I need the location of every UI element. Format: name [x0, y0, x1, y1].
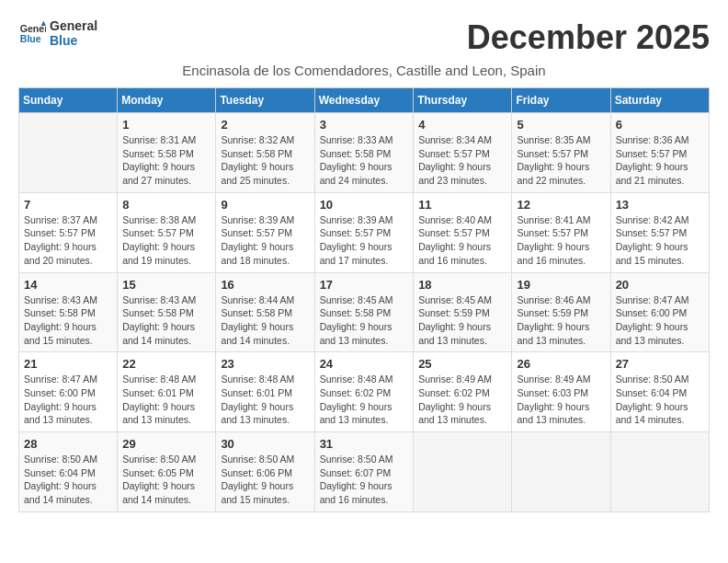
day-info: Sunrise: 8:39 AMSunset: 5:57 PMDaylight:… — [320, 213, 409, 268]
calendar-cell: 13Sunrise: 8:42 AMSunset: 5:57 PMDayligh… — [610, 192, 709, 272]
day-number: 24 — [320, 357, 409, 371]
day-number: 13 — [616, 198, 704, 212]
day-number: 17 — [320, 278, 409, 292]
day-info: Sunrise: 8:50 AMSunset: 6:07 PMDaylight:… — [320, 453, 409, 507]
svg-text:Blue: Blue — [20, 33, 41, 44]
day-info: Sunrise: 8:45 AMSunset: 5:58 PMDaylight:… — [320, 293, 409, 348]
day-info: Sunrise: 8:35 AMSunset: 5:57 PMDaylight:… — [517, 133, 605, 188]
calendar-cell: 18Sunrise: 8:45 AMSunset: 5:59 PMDayligh… — [414, 272, 512, 352]
day-number: 7 — [24, 198, 112, 212]
day-number: 15 — [122, 278, 210, 292]
day-info: Sunrise: 8:47 AMSunset: 6:00 PMDaylight:… — [616, 293, 704, 348]
calendar-cell: 14Sunrise: 8:43 AMSunset: 5:58 PMDayligh… — [19, 272, 118, 352]
day-info: Sunrise: 8:49 AMSunset: 6:02 PMDaylight:… — [418, 373, 506, 427]
calendar-cell: 26Sunrise: 8:49 AMSunset: 6:03 PMDayligh… — [512, 352, 610, 432]
day-number: 10 — [320, 198, 409, 212]
day-number: 20 — [616, 278, 704, 292]
calendar-cell: 11Sunrise: 8:40 AMSunset: 5:57 PMDayligh… — [414, 192, 512, 272]
calendar-cell: 19Sunrise: 8:46 AMSunset: 5:59 PMDayligh… — [512, 272, 610, 352]
calendar-cell: 27Sunrise: 8:50 AMSunset: 6:04 PMDayligh… — [610, 352, 709, 432]
weekday-header: Tuesday — [216, 88, 314, 113]
calendar-cell: 6Sunrise: 8:36 AMSunset: 5:57 PMDaylight… — [610, 113, 709, 193]
day-number: 22 — [122, 357, 210, 371]
weekday-header: Friday — [512, 88, 610, 113]
day-number: 5 — [517, 118, 605, 132]
day-info: Sunrise: 8:43 AMSunset: 5:58 PMDaylight:… — [24, 293, 112, 348]
day-info: Sunrise: 8:46 AMSunset: 5:59 PMDaylight:… — [517, 293, 605, 348]
day-info: Sunrise: 8:50 AMSunset: 6:06 PMDaylight:… — [221, 453, 309, 507]
calendar-cell: 15Sunrise: 8:43 AMSunset: 5:58 PMDayligh… — [118, 272, 216, 352]
calendar-cell: 10Sunrise: 8:39 AMSunset: 5:57 PMDayligh… — [314, 192, 414, 272]
day-info: Sunrise: 8:39 AMSunset: 5:57 PMDaylight:… — [221, 213, 309, 268]
day-number: 4 — [418, 118, 506, 132]
day-info: Sunrise: 8:50 AMSunset: 6:05 PMDaylight:… — [122, 453, 210, 507]
day-info: Sunrise: 8:48 AMSunset: 6:01 PMDaylight:… — [221, 373, 309, 427]
day-info: Sunrise: 8:45 AMSunset: 5:59 PMDaylight:… — [418, 293, 506, 348]
calendar-cell: 2Sunrise: 8:32 AMSunset: 5:58 PMDaylight… — [216, 113, 314, 193]
day-info: Sunrise: 8:40 AMSunset: 5:57 PMDaylight:… — [418, 213, 506, 268]
day-number: 11 — [418, 198, 506, 212]
day-number: 25 — [418, 357, 506, 371]
weekday-header: Wednesday — [314, 88, 414, 113]
day-number: 3 — [320, 118, 409, 132]
day-number: 6 — [616, 118, 704, 132]
calendar-cell — [414, 432, 512, 512]
day-info: Sunrise: 8:36 AMSunset: 5:57 PMDaylight:… — [616, 133, 704, 188]
day-number: 12 — [517, 198, 605, 212]
day-info: Sunrise: 8:50 AMSunset: 6:04 PMDaylight:… — [24, 453, 112, 507]
calendar-cell: 30Sunrise: 8:50 AMSunset: 6:06 PMDayligh… — [216, 432, 314, 512]
day-info: Sunrise: 8:50 AMSunset: 6:04 PMDaylight:… — [616, 373, 704, 427]
day-number: 19 — [517, 278, 605, 292]
day-info: Sunrise: 8:44 AMSunset: 5:58 PMDaylight:… — [221, 293, 309, 348]
day-number: 8 — [122, 198, 210, 212]
calendar-cell — [19, 113, 118, 193]
day-info: Sunrise: 8:42 AMSunset: 5:57 PMDaylight:… — [616, 213, 704, 268]
calendar-cell: 3Sunrise: 8:33 AMSunset: 5:58 PMDaylight… — [314, 113, 414, 193]
weekday-header: Thursday — [414, 88, 512, 113]
weekday-header: Sunday — [19, 88, 118, 113]
calendar-cell: 16Sunrise: 8:44 AMSunset: 5:58 PMDayligh… — [216, 272, 314, 352]
calendar-cell: 23Sunrise: 8:48 AMSunset: 6:01 PMDayligh… — [216, 352, 314, 432]
day-number: 2 — [221, 118, 309, 132]
calendar-cell: 21Sunrise: 8:47 AMSunset: 6:00 PMDayligh… — [19, 352, 118, 432]
day-number: 31 — [320, 437, 409, 451]
weekday-header: Saturday — [610, 88, 709, 113]
calendar-cell: 28Sunrise: 8:50 AMSunset: 6:04 PMDayligh… — [19, 432, 118, 512]
calendar-cell: 1Sunrise: 8:31 AMSunset: 5:58 PMDaylight… — [118, 113, 216, 193]
day-info: Sunrise: 8:33 AMSunset: 5:58 PMDaylight:… — [320, 133, 409, 188]
day-number: 21 — [24, 357, 112, 371]
calendar-cell: 24Sunrise: 8:48 AMSunset: 6:02 PMDayligh… — [314, 352, 414, 432]
logo: General Blue General Blue — [18, 18, 97, 48]
day-info: Sunrise: 8:49 AMSunset: 6:03 PMDaylight:… — [517, 373, 605, 427]
day-number: 23 — [221, 357, 309, 371]
calendar-cell: 25Sunrise: 8:49 AMSunset: 6:02 PMDayligh… — [414, 352, 512, 432]
day-number: 1 — [122, 118, 210, 132]
calendar-cell: 5Sunrise: 8:35 AMSunset: 5:57 PMDaylight… — [512, 113, 610, 193]
day-number: 18 — [418, 278, 506, 292]
day-number: 16 — [221, 278, 309, 292]
day-info: Sunrise: 8:48 AMSunset: 6:02 PMDaylight:… — [320, 373, 409, 427]
day-info: Sunrise: 8:43 AMSunset: 5:58 PMDaylight:… — [122, 293, 210, 348]
month-title: December 2025 — [467, 18, 710, 57]
calendar-week-row: 1Sunrise: 8:31 AMSunset: 5:58 PMDaylight… — [19, 113, 710, 193]
calendar-cell: 7Sunrise: 8:37 AMSunset: 5:57 PMDaylight… — [19, 192, 118, 272]
day-info: Sunrise: 8:31 AMSunset: 5:58 PMDaylight:… — [122, 133, 210, 188]
day-info: Sunrise: 8:47 AMSunset: 6:00 PMDaylight:… — [24, 373, 112, 427]
day-info: Sunrise: 8:41 AMSunset: 5:57 PMDaylight:… — [517, 213, 605, 268]
calendar-cell: 4Sunrise: 8:34 AMSunset: 5:57 PMDaylight… — [414, 113, 512, 193]
day-number: 29 — [122, 437, 210, 451]
day-info: Sunrise: 8:32 AMSunset: 5:58 PMDaylight:… — [221, 133, 309, 188]
day-number: 30 — [221, 437, 309, 451]
calendar-cell: 12Sunrise: 8:41 AMSunset: 5:57 PMDayligh… — [512, 192, 610, 272]
calendar-cell: 9Sunrise: 8:39 AMSunset: 5:57 PMDaylight… — [216, 192, 314, 272]
calendar-cell: 29Sunrise: 8:50 AMSunset: 6:05 PMDayligh… — [118, 432, 216, 512]
day-number: 26 — [517, 357, 605, 371]
day-info: Sunrise: 8:37 AMSunset: 5:57 PMDaylight:… — [24, 213, 112, 268]
calendar-week-row: 21Sunrise: 8:47 AMSunset: 6:00 PMDayligh… — [19, 352, 710, 432]
day-number: 27 — [616, 357, 704, 371]
calendar-cell: 22Sunrise: 8:48 AMSunset: 6:01 PMDayligh… — [118, 352, 216, 432]
calendar-week-row: 14Sunrise: 8:43 AMSunset: 5:58 PMDayligh… — [19, 272, 710, 352]
day-number: 28 — [24, 437, 112, 451]
weekday-header: Monday — [118, 88, 216, 113]
day-number: 9 — [221, 198, 309, 212]
